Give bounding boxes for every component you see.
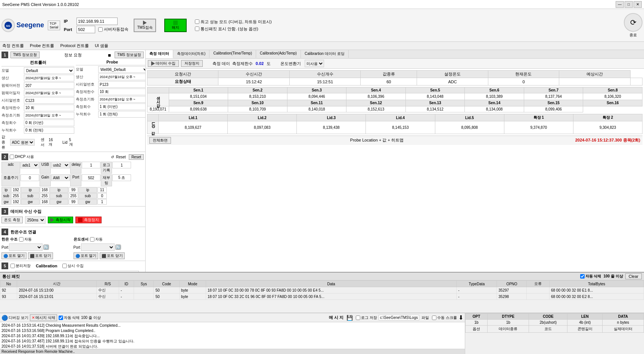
probe-production-input[interactable] [98, 74, 146, 80]
scroll-btn[interactable]: ⬇ [458, 314, 463, 321]
ctrl-production-input[interactable] [24, 75, 74, 81]
menu-protocol-control[interactable]: Protocol 컨트롤 [60, 43, 88, 49]
probe-meas-count-input[interactable] [98, 88, 146, 95]
probe-meas-count2-input[interactable] [98, 103, 146, 110]
option1-checkbox[interactable] [195, 19, 199, 24]
tms-info-set-button[interactable]: TMS 정보설정 [115, 52, 144, 58]
clear-button[interactable]: Clear [625, 273, 642, 279]
hanon-auto-checkbox[interactable] [19, 237, 24, 242]
dhcp-label[interactable]: DHCP 사용 [10, 154, 34, 159]
server-auto-connect-checkbox[interactable] [98, 27, 103, 32]
port-refresh-left[interactable]: 🔄 [43, 245, 49, 250]
temp-change-select[interactable]: 미사용 [305, 60, 324, 67]
ip3[interactable] [69, 187, 78, 193]
gw3[interactable] [69, 199, 78, 205]
maximize-button[interactable]: □ [625, 1, 633, 8]
port-open-right-button[interactable]: 🔵 포트 열기 [74, 252, 99, 259]
ip-input[interactable] [77, 18, 118, 25]
auto-delete-label[interactable]: 자동 삭제 [580, 274, 601, 279]
tab-calib-data-loading[interactable]: Calibrartion 데이터 로딩 [301, 50, 349, 58]
gain-select[interactable]: AMI [51, 174, 70, 181]
always-collect-label[interactable]: 상시 수집 [62, 263, 84, 268]
ctrl-accum-input[interactable] [24, 127, 74, 134]
always-collect-checkbox[interactable] [62, 264, 67, 268]
debug-label[interactable]: 🔵 디버깅 보기 [1, 315, 28, 321]
port-left-select[interactable] [9, 243, 43, 251]
hanon-auto-label[interactable]: 자동 [19, 237, 32, 242]
gw4[interactable] [97, 199, 107, 205]
ctrl-fw-version-input[interactable] [24, 82, 74, 89]
port-close-left-button[interactable]: ⬛ 포트 닫기 [28, 252, 53, 259]
menu-measurement-control[interactable]: 측정 컨트롤 [2, 43, 24, 49]
gw1[interactable] [11, 199, 21, 205]
tab-meas-data[interactable]: 측정 데이터 [146, 50, 173, 58]
separate-store-checkbox[interactable] [10, 264, 15, 268]
option2-checkbox[interactable] [195, 27, 199, 31]
tab-calib-time-temp[interactable]: Calibration(Time/Temp) [209, 50, 256, 58]
sub3[interactable] [69, 193, 78, 199]
ctrl-fw-date-input[interactable] [24, 90, 74, 96]
port-open-left-button[interactable]: 🔵 포트 열기 [1, 252, 27, 259]
usb-select[interactable]: usb2 [51, 162, 70, 168]
auto-scroll-label[interactable]: 수동 스크롤 [432, 315, 457, 320]
log-input[interactable] [112, 162, 131, 168]
port2-input[interactable] [82, 174, 100, 181]
meas-stop-button[interactable]: 측정정지 [75, 217, 102, 223]
msg-auto-delete-label[interactable]: 자동 삭제 [59, 315, 80, 320]
value-type-select[interactable]: ADC 원본 [10, 139, 35, 146]
save-log-checkbox[interactable] [356, 316, 360, 320]
fullscreen-button[interactable]: 전체화면 [149, 137, 171, 144]
ctrl-meas-count2-input[interactable] [24, 119, 74, 126]
temp-auto-checkbox[interactable] [90, 237, 94, 242]
adc-select[interactable]: ads1 [21, 162, 39, 168]
test-name-input[interactable] [15, 271, 139, 272]
ip4[interactable] [97, 187, 107, 193]
msg-delete-button[interactable]: ✕ 메시지 삭제 [30, 314, 57, 321]
tms-stop-button[interactable]: 해지 [164, 19, 187, 32]
port-refresh-right[interactable]: 🔄 [115, 245, 121, 250]
msg-auto-delete-checkbox[interactable] [59, 316, 63, 320]
tms-connect-button[interactable]: TMS접속 [134, 19, 156, 32]
probe-model-select[interactable]: Well96_Default [98, 66, 146, 73]
cycle-input[interactable] [21, 174, 39, 181]
tms-info-request-button[interactable]: TMS 정보요청 [10, 52, 40, 58]
dhcp-checkbox[interactable] [10, 155, 14, 159]
ip1[interactable] [11, 187, 21, 193]
separate-store-label[interactable]: 분리저장 [10, 263, 31, 268]
tab-meas-chart[interactable]: 측정데이터(차트) [173, 50, 210, 58]
reset-button[interactable]: Reset [129, 154, 144, 160]
ctrl-model-select[interactable]: Default [24, 67, 74, 74]
temp-auto-label[interactable]: 자동 [90, 237, 103, 242]
port-close-right-button[interactable]: ⬛ 포트 닫기 [100, 252, 125, 259]
probe-serial-input[interactable] [98, 81, 146, 88]
end-button[interactable]: ⟳ [624, 13, 643, 32]
temp-meas-button[interactable]: 온도 측정 [1, 217, 23, 223]
ip2[interactable] [40, 187, 49, 193]
meas-start-button[interactable]: 측정시작 [48, 217, 73, 223]
port-right-select[interactable] [81, 243, 115, 251]
option1-label[interactable]: 최고 성능 모드 (디버깅, 차트등 미표시) [195, 19, 272, 25]
gw2[interactable] [40, 199, 49, 205]
sub1[interactable] [11, 193, 21, 199]
probe-accum-input[interactable] [98, 111, 146, 118]
port-input[interactable] [77, 26, 95, 33]
save-log-label[interactable]: 로그 저장 [356, 315, 377, 320]
save-stop-button[interactable]: 저장정지 [181, 60, 203, 67]
sub4[interactable] [97, 193, 107, 199]
auto-scroll-checkbox[interactable] [432, 316, 436, 320]
delay-input[interactable] [82, 162, 100, 168]
close-button[interactable]: ✕ [634, 1, 642, 8]
tab-calib-adc-temp[interactable]: Calibration(Adc/Temp) [256, 50, 301, 58]
ctrl-serial-input[interactable] [24, 97, 74, 104]
option2-label[interactable]: 통신패킷 표시 안함. (성능 옵션) [195, 26, 272, 32]
auto-delete-checkbox[interactable] [580, 274, 585, 279]
minimize-button[interactable]: — [616, 1, 624, 8]
menu-ui-sample[interactable]: UI 샘플 [95, 43, 108, 49]
data-collect-button[interactable]: 데이터 수집 [148, 60, 179, 67]
ctrl-meas-count-input[interactable] [24, 105, 74, 111]
menu-probe-control[interactable]: Probe 컨트롤 [30, 43, 54, 49]
ctrl-meas-init-input[interactable] [24, 112, 74, 119]
interval-select[interactable]: 250ms [25, 216, 46, 224]
probe-meas-init-input[interactable] [98, 96, 146, 103]
sub2[interactable] [40, 193, 49, 199]
